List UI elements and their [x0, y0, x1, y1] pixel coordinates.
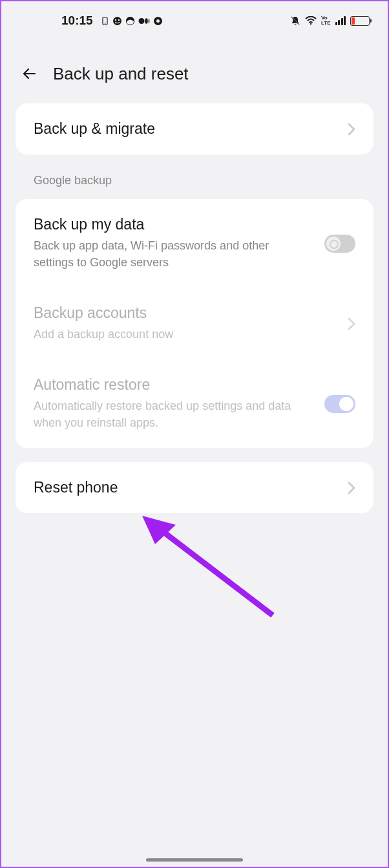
reset-phone-title: Reset phone [34, 479, 348, 496]
automatic-restore-toggle [324, 395, 355, 413]
app-icon-1 [101, 17, 109, 25]
chevron-right-icon [348, 317, 355, 330]
back-arrow-icon [21, 65, 39, 83]
status-bar: 10:15 VoLTE [1, 1, 388, 37]
backup-my-data-item[interactable]: Back up my data Back up app data, Wi-Fi … [16, 199, 373, 288]
svg-point-13 [156, 19, 160, 23]
google-backup-section-header: Google backup [16, 169, 373, 199]
backup-migrate-card: Back up & migrate [16, 103, 373, 154]
svg-line-17 [150, 522, 273, 615]
back-button[interactable] [19, 63, 40, 84]
automatic-restore-title: Automatic restore [34, 376, 324, 394]
circle-icon [153, 16, 163, 26]
backup-accounts-item: Backup accounts Add a backup account now [16, 288, 373, 359]
backup-my-data-subtitle: Back up app data, Wi-Fi passwords and ot… [34, 237, 324, 271]
content-area: Back up & migrate Google backup Back up … [1, 103, 388, 513]
status-bar-left: 10:15 [19, 14, 163, 28]
automatic-restore-item: Automatic restore Automatically restore … [16, 359, 373, 448]
backup-accounts-title: Backup accounts [34, 304, 348, 322]
signal-icon [335, 16, 346, 25]
svg-point-3 [114, 19, 116, 20]
home-indicator[interactable] [146, 858, 243, 862]
annotation-arrow [131, 505, 286, 628]
backup-migrate-title: Back up & migrate [34, 120, 348, 138]
chevron-right-icon [348, 123, 355, 136]
backup-my-data-title: Back up my data [34, 216, 324, 233]
svg-point-10 [145, 18, 147, 23]
backup-migrate-item[interactable]: Back up & migrate [16, 103, 373, 154]
chevron-right-icon [348, 482, 355, 494]
wifi-icon [305, 16, 317, 25]
reddit-icon [125, 16, 135, 26]
notification-muted-icon [290, 16, 300, 26]
google-backup-card: Back up my data Back up app data, Wi-Fi … [16, 199, 373, 448]
svg-point-2 [113, 17, 121, 25]
battery-icon [350, 16, 370, 26]
svg-point-16 [310, 23, 311, 25]
backup-my-data-toggle[interactable] [324, 235, 355, 253]
medium-icon [138, 16, 150, 26]
status-icons-left [101, 16, 163, 26]
volte-icon: VoLTE [321, 16, 331, 26]
reset-phone-card: Reset phone [16, 462, 373, 513]
backup-accounts-subtitle: Add a backup account now [34, 326, 348, 343]
status-time: 10:15 [61, 14, 93, 28]
app-icon-2 [112, 16, 122, 26]
svg-point-11 [148, 18, 149, 23]
svg-point-1 [104, 23, 105, 24]
reset-phone-item[interactable]: Reset phone [16, 462, 373, 513]
status-bar-right: VoLTE [290, 16, 370, 26]
automatic-restore-subtitle: Automatically restore backed up settings… [34, 397, 324, 431]
svg-point-9 [138, 18, 144, 24]
page-title: Back up and reset [53, 64, 189, 84]
page-header: Back up and reset [1, 37, 388, 103]
svg-point-4 [118, 19, 119, 20]
